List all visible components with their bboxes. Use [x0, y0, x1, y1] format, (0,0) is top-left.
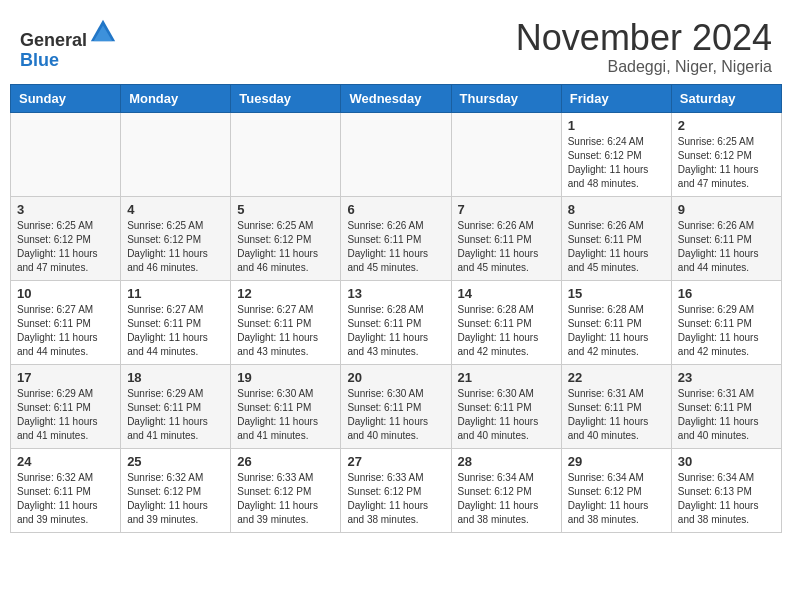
day-info: Sunrise: 6:33 AM Sunset: 6:12 PM Dayligh… — [237, 471, 334, 527]
day-number: 30 — [678, 454, 775, 469]
calendar-week-row: 1Sunrise: 6:24 AM Sunset: 6:12 PM Daylig… — [11, 112, 782, 196]
day-info: Sunrise: 6:26 AM Sunset: 6:11 PM Dayligh… — [678, 219, 775, 275]
day-number: 23 — [678, 370, 775, 385]
calendar-week-row: 17Sunrise: 6:29 AM Sunset: 6:11 PM Dayli… — [11, 364, 782, 448]
weekday-header: Monday — [121, 84, 231, 112]
day-number: 19 — [237, 370, 334, 385]
day-number: 11 — [127, 286, 224, 301]
calendar-cell: 26Sunrise: 6:33 AM Sunset: 6:12 PM Dayli… — [231, 448, 341, 532]
day-number: 1 — [568, 118, 665, 133]
day-info: Sunrise: 6:29 AM Sunset: 6:11 PM Dayligh… — [127, 387, 224, 443]
logo-icon — [89, 18, 117, 46]
calendar-header-row: SundayMondayTuesdayWednesdayThursdayFrid… — [11, 84, 782, 112]
day-number: 8 — [568, 202, 665, 217]
title-block: November 2024 Badeggi, Niger, Nigeria — [516, 18, 772, 76]
calendar-cell: 2Sunrise: 6:25 AM Sunset: 6:12 PM Daylig… — [671, 112, 781, 196]
day-info: Sunrise: 6:32 AM Sunset: 6:11 PM Dayligh… — [17, 471, 114, 527]
day-info: Sunrise: 6:25 AM Sunset: 6:12 PM Dayligh… — [678, 135, 775, 191]
day-number: 12 — [237, 286, 334, 301]
calendar-cell: 19Sunrise: 6:30 AM Sunset: 6:11 PM Dayli… — [231, 364, 341, 448]
calendar-cell: 11Sunrise: 6:27 AM Sunset: 6:11 PM Dayli… — [121, 280, 231, 364]
day-info: Sunrise: 6:27 AM Sunset: 6:11 PM Dayligh… — [237, 303, 334, 359]
day-info: Sunrise: 6:30 AM Sunset: 6:11 PM Dayligh… — [347, 387, 444, 443]
calendar-cell: 30Sunrise: 6:34 AM Sunset: 6:13 PM Dayli… — [671, 448, 781, 532]
location: Badeggi, Niger, Nigeria — [516, 58, 772, 76]
day-number: 9 — [678, 202, 775, 217]
weekday-header: Thursday — [451, 84, 561, 112]
day-info: Sunrise: 6:29 AM Sunset: 6:11 PM Dayligh… — [17, 387, 114, 443]
logo-blue: Blue — [20, 50, 59, 70]
day-number: 26 — [237, 454, 334, 469]
day-number: 17 — [17, 370, 114, 385]
page-header: General Blue November 2024 Badeggi, Nige… — [10, 10, 782, 76]
calendar-cell: 12Sunrise: 6:27 AM Sunset: 6:11 PM Dayli… — [231, 280, 341, 364]
calendar-week-row: 24Sunrise: 6:32 AM Sunset: 6:11 PM Dayli… — [11, 448, 782, 532]
day-info: Sunrise: 6:34 AM Sunset: 6:12 PM Dayligh… — [568, 471, 665, 527]
day-number: 14 — [458, 286, 555, 301]
day-info: Sunrise: 6:31 AM Sunset: 6:11 PM Dayligh… — [568, 387, 665, 443]
calendar-cell: 3Sunrise: 6:25 AM Sunset: 6:12 PM Daylig… — [11, 196, 121, 280]
day-info: Sunrise: 6:27 AM Sunset: 6:11 PM Dayligh… — [17, 303, 114, 359]
day-number: 13 — [347, 286, 444, 301]
calendar-cell: 10Sunrise: 6:27 AM Sunset: 6:11 PM Dayli… — [11, 280, 121, 364]
day-info: Sunrise: 6:28 AM Sunset: 6:11 PM Dayligh… — [347, 303, 444, 359]
day-info: Sunrise: 6:26 AM Sunset: 6:11 PM Dayligh… — [458, 219, 555, 275]
logo-blue-text: Blue — [20, 51, 117, 71]
day-info: Sunrise: 6:25 AM Sunset: 6:12 PM Dayligh… — [17, 219, 114, 275]
day-number: 16 — [678, 286, 775, 301]
calendar-cell: 23Sunrise: 6:31 AM Sunset: 6:11 PM Dayli… — [671, 364, 781, 448]
logo-text: General — [20, 18, 117, 51]
calendar-cell: 15Sunrise: 6:28 AM Sunset: 6:11 PM Dayli… — [561, 280, 671, 364]
calendar-cell: 13Sunrise: 6:28 AM Sunset: 6:11 PM Dayli… — [341, 280, 451, 364]
calendar-cell: 9Sunrise: 6:26 AM Sunset: 6:11 PM Daylig… — [671, 196, 781, 280]
day-info: Sunrise: 6:33 AM Sunset: 6:12 PM Dayligh… — [347, 471, 444, 527]
day-number: 21 — [458, 370, 555, 385]
day-number: 4 — [127, 202, 224, 217]
day-number: 20 — [347, 370, 444, 385]
day-info: Sunrise: 6:29 AM Sunset: 6:11 PM Dayligh… — [678, 303, 775, 359]
calendar-cell: 1Sunrise: 6:24 AM Sunset: 6:12 PM Daylig… — [561, 112, 671, 196]
day-number: 10 — [17, 286, 114, 301]
calendar-cell: 21Sunrise: 6:30 AM Sunset: 6:11 PM Dayli… — [451, 364, 561, 448]
weekday-header: Saturday — [671, 84, 781, 112]
calendar-cell: 25Sunrise: 6:32 AM Sunset: 6:12 PM Dayli… — [121, 448, 231, 532]
day-info: Sunrise: 6:34 AM Sunset: 6:13 PM Dayligh… — [678, 471, 775, 527]
day-number: 27 — [347, 454, 444, 469]
calendar-cell: 5Sunrise: 6:25 AM Sunset: 6:12 PM Daylig… — [231, 196, 341, 280]
calendar-cell: 18Sunrise: 6:29 AM Sunset: 6:11 PM Dayli… — [121, 364, 231, 448]
day-info: Sunrise: 6:30 AM Sunset: 6:11 PM Dayligh… — [458, 387, 555, 443]
day-number: 3 — [17, 202, 114, 217]
day-number: 15 — [568, 286, 665, 301]
day-number: 7 — [458, 202, 555, 217]
calendar-cell: 22Sunrise: 6:31 AM Sunset: 6:11 PM Dayli… — [561, 364, 671, 448]
calendar-cell: 8Sunrise: 6:26 AM Sunset: 6:11 PM Daylig… — [561, 196, 671, 280]
day-number: 22 — [568, 370, 665, 385]
calendar-week-row: 3Sunrise: 6:25 AM Sunset: 6:12 PM Daylig… — [11, 196, 782, 280]
weekday-header: Wednesday — [341, 84, 451, 112]
calendar-cell: 28Sunrise: 6:34 AM Sunset: 6:12 PM Dayli… — [451, 448, 561, 532]
day-info: Sunrise: 6:32 AM Sunset: 6:12 PM Dayligh… — [127, 471, 224, 527]
day-number: 5 — [237, 202, 334, 217]
day-number: 29 — [568, 454, 665, 469]
calendar-cell — [341, 112, 451, 196]
calendar-cell — [11, 112, 121, 196]
calendar-cell: 17Sunrise: 6:29 AM Sunset: 6:11 PM Dayli… — [11, 364, 121, 448]
calendar-cell: 14Sunrise: 6:28 AM Sunset: 6:11 PM Dayli… — [451, 280, 561, 364]
calendar-cell: 20Sunrise: 6:30 AM Sunset: 6:11 PM Dayli… — [341, 364, 451, 448]
day-number: 24 — [17, 454, 114, 469]
calendar-cell — [121, 112, 231, 196]
calendar-cell: 6Sunrise: 6:26 AM Sunset: 6:11 PM Daylig… — [341, 196, 451, 280]
calendar-table: SundayMondayTuesdayWednesdayThursdayFrid… — [10, 84, 782, 533]
day-info: Sunrise: 6:27 AM Sunset: 6:11 PM Dayligh… — [127, 303, 224, 359]
calendar-cell — [231, 112, 341, 196]
day-info: Sunrise: 6:31 AM Sunset: 6:11 PM Dayligh… — [678, 387, 775, 443]
day-info: Sunrise: 6:28 AM Sunset: 6:11 PM Dayligh… — [458, 303, 555, 359]
calendar-cell: 16Sunrise: 6:29 AM Sunset: 6:11 PM Dayli… — [671, 280, 781, 364]
weekday-header: Sunday — [11, 84, 121, 112]
day-number: 6 — [347, 202, 444, 217]
day-info: Sunrise: 6:34 AM Sunset: 6:12 PM Dayligh… — [458, 471, 555, 527]
day-number: 18 — [127, 370, 224, 385]
calendar-cell: 7Sunrise: 6:26 AM Sunset: 6:11 PM Daylig… — [451, 196, 561, 280]
logo: General Blue — [20, 18, 117, 71]
month-title: November 2024 — [516, 18, 772, 58]
